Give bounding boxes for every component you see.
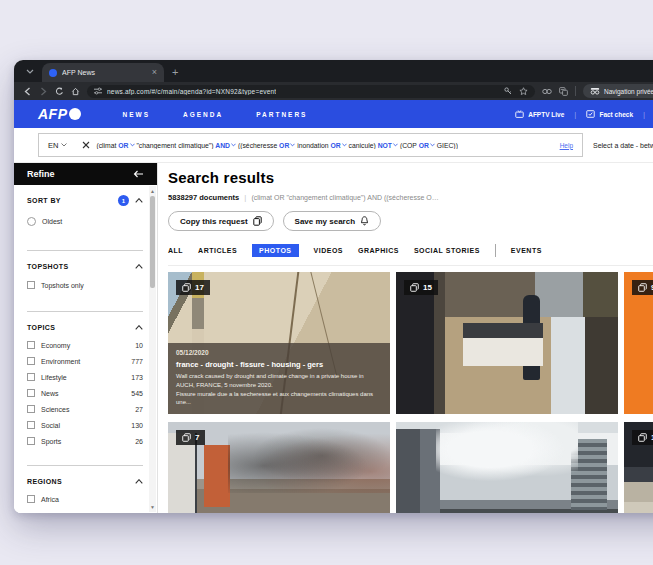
checkbox-icon[interactable] (27, 495, 35, 503)
topics-label: TOPICS (27, 324, 55, 331)
result-tab[interactable]: VIDEOS (314, 244, 343, 257)
copy-request-button[interactable]: Copy this request (168, 211, 274, 231)
chevron-up-icon[interactable] (135, 325, 143, 330)
chevron-up-icon[interactable] (135, 264, 143, 269)
collapse-arrow-icon[interactable] (133, 170, 144, 178)
tab-search-button[interactable] (22, 64, 38, 79)
reload-icon[interactable] (55, 87, 64, 96)
key-icon[interactable] (504, 87, 512, 95)
tab-close-icon[interactable]: × (152, 68, 157, 77)
browser-tab[interactable]: AFP News × (42, 63, 164, 82)
chevron-up-icon[interactable] (135, 198, 143, 203)
topshots-only-checkbox-row[interactable]: Topshots only (27, 281, 143, 289)
sort-option-oldest[interactable]: Oldest (27, 217, 143, 226)
topic-filter-row[interactable]: Environment 777 (27, 353, 143, 369)
result-tab[interactable]: GRAPHICS (358, 244, 399, 257)
results-meta: 5838297 documents | (climat OR "changeme… (168, 193, 653, 202)
refine-header: Refine (14, 163, 157, 185)
afp-logo[interactable]: AFP (38, 106, 81, 122)
checkbox-icon[interactable] (27, 437, 35, 445)
photo-card[interactable]: 7 (168, 422, 390, 513)
photo-card[interactable]: 19 (624, 422, 653, 513)
home-icon[interactable] (71, 87, 80, 96)
save-search-button[interactable]: Save my search (283, 211, 382, 231)
search-query[interactable]: (climat OR "changement climatique") AND … (96, 142, 457, 149)
bookmark-star-icon[interactable] (519, 87, 528, 96)
site-nav-item[interactable]: NEWS (123, 111, 151, 118)
topshots-header[interactable]: TOPSHOTS (27, 263, 143, 270)
result-tab[interactable]: EVENTS (495, 241, 542, 260)
document-count: 5838297 documents (168, 193, 239, 202)
site-nav: NEWSAGENDAPARTNERS (123, 111, 308, 118)
new-tab-button[interactable]: + (172, 67, 178, 78)
checkbox-icon[interactable] (27, 373, 35, 381)
scroll-down-icon[interactable]: ▼ (149, 504, 156, 510)
topic-count: 173 (131, 374, 143, 381)
checkbox-icon[interactable] (27, 341, 35, 349)
topic-filter-row[interactable]: Social 130 (27, 417, 143, 433)
sidebar-divider (27, 465, 143, 466)
chevron-up-icon[interactable] (135, 479, 143, 484)
photo-count-badge: 15 (404, 280, 438, 295)
browser-toolbar: news.afp.com/#/c/main/agenda?id=NXN92&ty… (14, 82, 653, 100)
filter-count-badge: 1 (118, 195, 129, 206)
topshots-option-label: Topshots only (41, 282, 84, 289)
incognito-label: Navigation privée (604, 88, 653, 95)
topics-header[interactable]: TOPICS (27, 324, 143, 331)
checkbox-icon[interactable] (27, 421, 35, 429)
language-selector[interactable]: EN (39, 141, 76, 150)
topic-count: 130 (131, 422, 143, 429)
afptv-live-link[interactable]: AFPTV Live (515, 110, 564, 118)
radio-icon[interactable] (27, 217, 36, 226)
search-row: EN (climat OR "changement climatique") A… (14, 128, 653, 163)
checkbox-icon[interactable] (27, 389, 35, 397)
photo-card[interactable] (396, 422, 618, 513)
afptv-live-label: AFPTV Live (528, 111, 564, 118)
scroll-up-icon[interactable]: ▲ (149, 188, 156, 194)
checkbox-icon[interactable] (27, 281, 35, 289)
bell-icon (360, 216, 369, 226)
fact-check-link[interactable]: Fact check (586, 110, 633, 118)
photo-card[interactable]: 15 (396, 272, 618, 414)
result-tab[interactable]: SOCIAL STORIES (414, 244, 480, 257)
toolbar-divider (575, 86, 576, 96)
sort-by-header[interactable]: SORT BY 1 (27, 195, 143, 206)
topic-filter-row[interactable]: Sciences 27 (27, 401, 143, 417)
regions-header[interactable]: REGIONS (27, 478, 143, 485)
scrollbar-thumb[interactable] (150, 196, 155, 288)
date-picker[interactable]: Select a date - between (593, 142, 653, 149)
url-bar[interactable]: news.afp.com/#/c/main/agenda?id=NXN92&ty… (87, 85, 535, 98)
photo-count-badge: 7 (176, 430, 205, 445)
topic-filter-row[interactable]: Sports 26 (27, 433, 143, 449)
back-icon[interactable] (23, 87, 32, 96)
help-link[interactable]: Help (560, 142, 582, 149)
photo-card[interactable]: 9 (624, 272, 653, 414)
forward-icon[interactable] (39, 87, 48, 96)
search-box[interactable]: EN (climat OR "changement climatique") A… (38, 133, 583, 157)
photo-date: 05/12/2020 (176, 349, 382, 356)
url-text: news.afp.com/#/c/main/agenda?id=NXN92&ty… (107, 88, 276, 95)
utility-divider: | (574, 110, 576, 119)
topics-list: Economy 10 Environment 777 Lifestyle 173 (27, 337, 143, 449)
region-filter-row[interactable]: Africa (27, 491, 143, 507)
site-settings-icon[interactable] (94, 87, 102, 95)
clear-search-icon[interactable] (76, 141, 96, 149)
photo-card[interactable]: 17 05/12/2020 france - drought - fissure… (168, 272, 390, 414)
tab-favicon-icon (49, 69, 57, 77)
site-nav-item[interactable]: PARTNERS (256, 111, 307, 118)
result-tab[interactable]: ALL (168, 244, 183, 257)
sidebar-scrollbar[interactable]: ▲ ▼ (149, 186, 156, 512)
photo-count: 17 (195, 283, 204, 292)
checkbox-icon[interactable] (27, 357, 35, 365)
link-icon[interactable] (542, 88, 552, 95)
topic-filter-row[interactable]: News 545 (27, 385, 143, 401)
checkbox-icon[interactable] (27, 405, 35, 413)
copy-request-label: Copy this request (180, 217, 248, 226)
topic-filter-row[interactable]: Economy 10 (27, 337, 143, 353)
translate-icon[interactable] (559, 87, 568, 96)
site-nav-item[interactable]: AGENDA (183, 111, 223, 118)
topic-filter-row[interactable]: Lifestyle 173 (27, 369, 143, 385)
result-tab[interactable]: PHOTOS (252, 244, 298, 257)
results-panel: Search results 5838297 documents | (clim… (158, 163, 653, 513)
result-tab[interactable]: ARTICLES (198, 244, 237, 257)
